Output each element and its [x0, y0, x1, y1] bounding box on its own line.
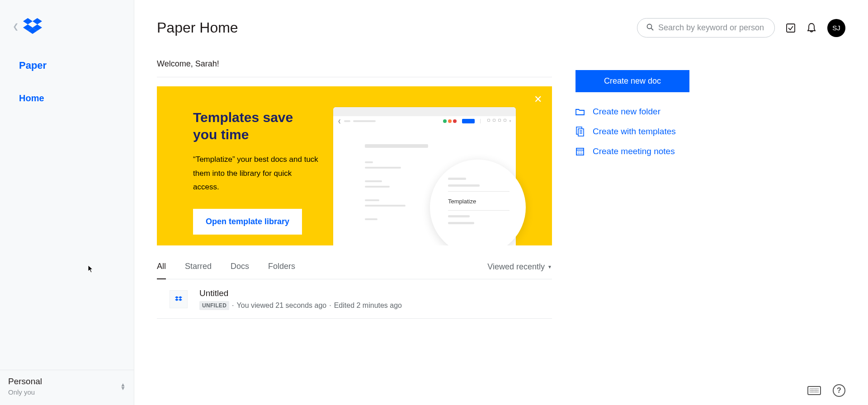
folder-icon [576, 107, 585, 116]
tab-all[interactable]: All [157, 262, 166, 279]
templates-banner: ✕ Templates save you time “Templatize” y… [157, 86, 552, 245]
tab-starred[interactable]: Starred [185, 262, 212, 279]
chevron-down-icon: ▼ [547, 264, 552, 269]
create-new-folder-link[interactable]: Create new folder [576, 107, 845, 117]
tab-docs[interactable]: Docs [231, 262, 249, 279]
back-chevron-icon[interactable]: ❮ [13, 22, 19, 31]
action-label: Create with templates [593, 127, 676, 137]
create-with-templates-link[interactable]: Create with templates [576, 127, 845, 137]
calendar-icon [576, 147, 585, 156]
template-icon [576, 127, 585, 136]
svg-marker-11 [179, 298, 182, 301]
svg-rect-13 [578, 129, 584, 136]
doc-meta: UNFILED · You viewed 21 seconds ago · Ed… [199, 301, 402, 310]
svg-marker-9 [179, 296, 182, 298]
svg-marker-8 [175, 296, 179, 298]
main-area: Paper Home SJ Welcome, Sarah! ✕ T [134, 0, 868, 405]
svg-point-23 [580, 153, 580, 154]
sidebar-app-name[interactable]: Paper [0, 60, 134, 71]
page-title: Paper Home [157, 19, 238, 36]
account-switcher[interactable]: Personal Only you ▲▼ [0, 370, 134, 405]
create-meeting-notes-link[interactable]: Create meeting notes [576, 146, 845, 156]
content-columns: Welcome, Sarah! ✕ Templates save you tim… [157, 59, 845, 319]
create-new-doc-button[interactable]: Create new doc [576, 70, 689, 92]
left-column: Welcome, Sarah! ✕ Templates save you tim… [157, 59, 552, 319]
banner-illustration: ❮ + [333, 107, 516, 245]
sidebar-item-home[interactable]: Home [0, 93, 134, 104]
search-box[interactable] [637, 18, 775, 38]
action-label: Create new folder [593, 107, 660, 117]
doc-viewed: You viewed 21 seconds ago [237, 301, 327, 310]
top-right-controls: SJ [637, 18, 845, 38]
updown-chevron-icon: ▲▼ [120, 383, 126, 390]
action-label: Create meeting notes [593, 146, 675, 156]
help-icon[interactable]: ? [833, 384, 845, 397]
close-icon[interactable]: ✕ [534, 94, 542, 105]
right-column: Create new doc Create new folder Create … [576, 59, 845, 319]
circle-label: Templatize [448, 196, 509, 208]
svg-marker-10 [175, 298, 179, 301]
svg-point-21 [581, 151, 582, 152]
sidebar-header: ❮ [0, 0, 134, 34]
svg-line-6 [651, 28, 654, 30]
doc-row[interactable]: Untitled UNFILED · You viewed 21 seconds… [157, 279, 552, 319]
tasks-icon[interactable] [786, 23, 796, 33]
doc-title: Untitled [199, 288, 402, 298]
sidebar: ❮ Paper Home Personal Only you ▲▼ [0, 0, 134, 405]
tabs-row: All Starred Docs Folders Viewed recently… [157, 262, 552, 279]
tab-folders[interactable]: Folders [268, 262, 295, 279]
keyboard-icon[interactable] [807, 386, 821, 395]
svg-point-19 [578, 151, 579, 152]
welcome-text: Welcome, Sarah! [157, 59, 552, 77]
svg-marker-1 [33, 18, 42, 24]
svg-point-20 [580, 151, 580, 152]
sort-label: Viewed recently [487, 262, 545, 272]
tabs: All Starred Docs Folders [157, 262, 295, 279]
dropbox-logo-icon[interactable] [23, 18, 42, 34]
sort-dropdown[interactable]: Viewed recently ▼ [487, 262, 552, 279]
search-icon [646, 24, 654, 33]
search-input[interactable] [658, 23, 765, 33]
unfiled-badge: UNFILED [199, 301, 229, 310]
banner-body: “Templatize” your best docs and tuck the… [193, 153, 320, 194]
doc-edited: Edited 2 minutes ago [334, 301, 402, 310]
svg-marker-0 [23, 18, 33, 24]
account-name: Personal [8, 377, 42, 386]
bell-icon[interactable] [807, 23, 816, 33]
avatar[interactable]: SJ [827, 19, 845, 37]
svg-point-24 [581, 153, 582, 154]
top-bar: Paper Home SJ [157, 18, 845, 38]
open-template-library-button[interactable]: Open template library [193, 209, 302, 235]
doc-thumb-icon [170, 290, 188, 308]
account-subtext: Only you [8, 388, 42, 396]
svg-point-5 [647, 24, 652, 28]
svg-rect-7 [787, 24, 795, 32]
floating-controls: ? [807, 384, 845, 397]
svg-point-22 [578, 153, 579, 154]
banner-title: Templates save you time [193, 109, 320, 143]
